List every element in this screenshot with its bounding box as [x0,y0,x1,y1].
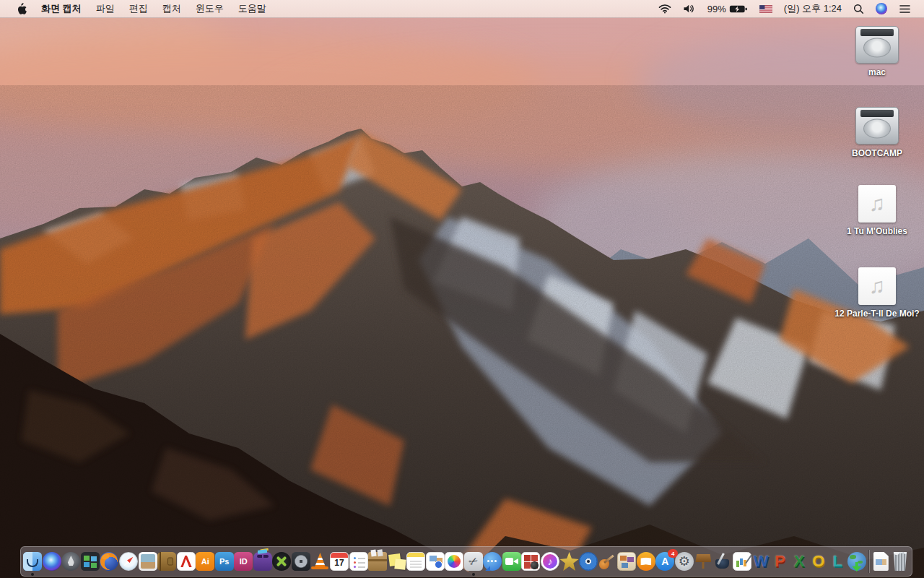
dock-document[interactable] [871,547,891,576]
app-store-badge: 4 [668,549,678,558]
dock-keynote[interactable] [694,547,713,576]
menu-bar-status: 99% (일) 오후 1:24 [653,0,924,17]
photoshop-glyph: Ps [215,552,234,571]
menu-help[interactable]: 도움말 [231,0,274,17]
menu-edit[interactable]: 편집 [122,0,155,17]
document-icon [873,552,889,571]
disc-app-icon [579,552,598,571]
ibooks-icon [637,552,655,571]
desktop-icon-parle-t-il-de-moi[interactable]: 12 Parle-T-Il De Moi? [832,267,923,320]
dock-stickies[interactable] [387,547,406,576]
itunes-icon [541,552,559,571]
dock-siri[interactable] [43,547,62,576]
dock-lync[interactable]: L [828,547,847,576]
desktop-icons: macBOOTCAMP1 Tu M'Oublies12 Parle-T-Il D… [832,22,923,361]
volume-menu[interactable] [677,0,702,17]
siri-menu[interactable] [870,0,893,17]
menu-bar: 화면 캡처 파일 편집 캡처 윈도우 도움말 99% [0,0,924,18]
dock-photos[interactable] [445,547,464,576]
desktop-icon-tu-moublies[interactable]: 1 Tu M'Oublies [832,185,923,238]
dock-facetime[interactable] [502,547,522,576]
input-source-menu[interactable] [754,0,778,17]
collage-doc-icon [426,552,445,571]
dock-downloader[interactable] [847,547,867,576]
us-flag-icon [759,5,772,13]
safari-icon [119,552,138,571]
dock-disk-utility-app[interactable] [292,547,311,576]
indesign-glyph: ID [234,552,253,571]
active-app-menu[interactable]: 화면 캡처 [34,0,89,17]
dock-toast[interactable] [253,547,273,576]
dock-vlc[interactable] [310,547,330,576]
dock-trash[interactable] [891,547,910,576]
apple-menu[interactable] [9,0,34,17]
dock-acrobat-reader[interactable] [176,547,196,576]
menu-window[interactable]: 윈도우 [188,0,231,17]
dock-numbers[interactable] [732,547,751,576]
dock-firefox[interactable] [100,547,119,576]
dock-illustrator[interactable]: Ai [196,547,215,576]
photo-grid-icon [521,552,540,571]
dock-grab[interactable] [464,547,484,576]
finder-icon [23,552,42,571]
menu-capture[interactable]: 캡처 [155,0,188,17]
dock-preview[interactable] [138,547,157,576]
desktop-icon-bootcamp[interactable]: BOOTCAMP [832,107,923,160]
photos-icon [445,552,463,571]
clock-menu[interactable]: (일) 오후 1:24 [778,0,847,17]
dock-ibooks[interactable] [637,547,656,576]
dock-photo-grid[interactable] [521,547,541,576]
downloader-icon [847,552,866,571]
dock-archive-box[interactable] [368,547,388,576]
xbmc-icon [272,552,291,571]
dock-messages[interactable] [483,547,502,576]
dock-safari[interactable] [119,547,139,576]
dock-reminders[interactable] [349,547,368,576]
siri-icon [43,552,61,571]
dock-itunes[interactable] [541,547,560,576]
dock-photoshop[interactable]: Ps [214,547,234,576]
archive-box-icon [368,552,387,571]
dock-disc-app[interactable] [579,547,598,576]
disk-utility-app-icon [292,552,310,571]
dock-comic-life[interactable] [617,547,637,576]
mission-control-icon [81,552,100,571]
dock-mission-control[interactable] [81,547,100,576]
notes-icon [406,552,425,571]
dock-pages[interactable] [713,547,733,576]
outlook-icon: O [809,552,828,571]
menu-file[interactable]: 파일 [89,0,122,17]
dock-excel[interactable]: X [790,547,809,576]
dock-launchpad[interactable] [61,547,81,576]
dock-contacts[interactable] [157,547,177,576]
facetime-icon [502,552,521,571]
spotlight-menu[interactable] [847,0,870,17]
wifi-menu[interactable] [653,0,677,17]
dock-finder[interactable] [23,547,43,576]
wifi-icon [658,4,671,14]
desktop-icon-mac[interactable]: mac [832,26,923,79]
dock-app-store[interactable]: A4 [655,547,675,576]
dock-word[interactable]: W [751,547,771,576]
menu-bar-clock: (일) 오후 1:24 [784,2,842,15]
lync-glyph: L [828,552,847,571]
dock-indesign[interactable]: ID [234,547,253,576]
dock-star-app[interactable] [559,547,579,576]
dock-xbmc[interactable] [272,547,292,576]
dock-collage-doc[interactable] [425,547,445,576]
battery-menu[interactable]: 99% [702,0,754,17]
preview-icon [139,552,157,571]
firefox-icon [100,552,118,571]
finder-running-indicator [31,573,34,576]
dock-calendar[interactable]: 17 [330,547,349,576]
notification-center-menu[interactable] [893,0,917,17]
dock-powerpoint[interactable]: P [770,547,790,576]
dock-outlook[interactable]: O [808,547,828,576]
dock-garageband[interactable] [598,547,617,576]
apple-logo-icon [16,3,27,15]
dock-notes[interactable] [406,547,426,576]
app-store-icon: A4 [655,552,674,571]
reminders-icon [349,552,368,571]
word-icon: W [751,552,770,571]
numbers-icon [733,552,751,571]
